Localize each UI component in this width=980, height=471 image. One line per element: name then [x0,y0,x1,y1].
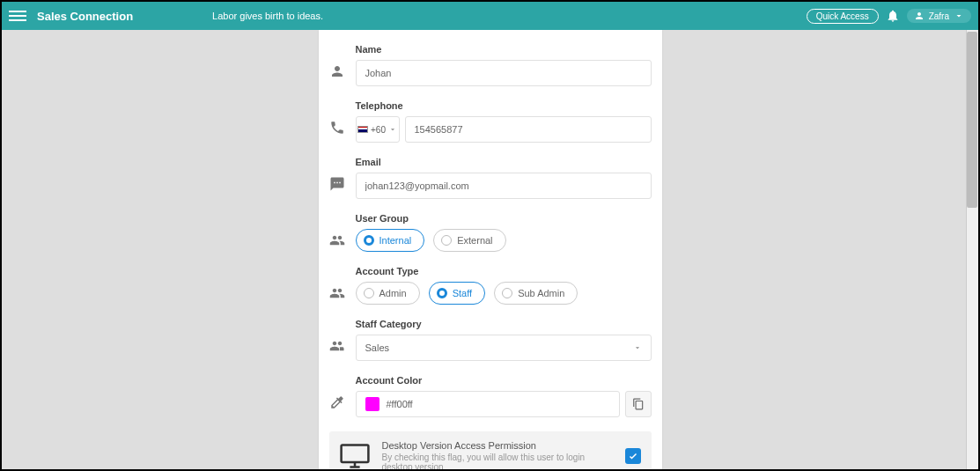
account-type-admin[interactable]: Admin [356,282,420,305]
telephone-input[interactable] [405,116,652,143]
user-group-internal[interactable]: Internal [356,229,425,252]
desktop-permission-box: Desktop Version Access Permission By che… [329,431,652,469]
person-icon [914,11,925,21]
person-icon [329,63,345,79]
tagline: Labor gives birth to ideas. [212,11,323,21]
name-input[interactable] [356,60,652,86]
flag-icon [357,126,368,133]
permission-checkbox[interactable] [625,448,641,464]
people-icon [329,285,345,301]
user-group-label: User Group [356,213,652,224]
user-menu[interactable]: Zafra [907,9,971,23]
top-bar: Sales Connection Labor gives birth to id… [2,2,978,30]
content-area: Name Telephone +60 Ema [2,30,978,469]
account-color-label: Account Color [356,375,652,386]
chevron-down-icon [954,11,964,21]
svg-rect-0 [341,445,368,462]
bell-icon[interactable] [886,9,900,23]
check-icon [628,451,638,461]
name-label: Name [356,44,652,55]
user-group-external[interactable]: External [433,229,505,252]
telephone-label: Telephone [356,100,652,111]
color-swatch [365,397,379,411]
quick-access-button[interactable]: Quick Access [807,9,879,24]
staff-category-select[interactable]: Sales [356,335,652,361]
phone-icon [329,120,345,136]
account-type-staff[interactable]: Staff [429,282,485,305]
monitor-icon [340,444,370,468]
message-icon [329,176,345,192]
account-type-subadmin[interactable]: Sub Admin [494,282,578,305]
account-color-input[interactable]: #ff00ff [356,391,620,417]
email-input[interactable] [356,173,652,199]
copy-color-button[interactable] [625,391,652,417]
copy-icon [632,398,645,410]
person-group-icon [329,338,345,354]
form-card: Name Telephone +60 Ema [319,30,662,469]
country-code-select[interactable]: +60 [356,116,400,143]
chevron-down-icon [633,343,642,352]
hamburger-menu-icon[interactable] [9,7,26,25]
app-title: Sales Connection [37,10,133,23]
account-type-label: Account Type [356,266,652,276]
permission-title: Desktop Version Access Permission [382,440,613,451]
user-name: Zafra [929,11,949,21]
scrollbar[interactable] [966,30,978,469]
people-icon [329,232,345,248]
eyedropper-icon [329,394,345,410]
permission-desc: By checking this flag, you will allow th… [382,453,613,469]
scrollbar-thumb[interactable] [967,32,977,208]
chevron-down-icon [388,125,397,134]
staff-category-label: Staff Category [356,319,652,329]
email-label: Email [356,157,652,167]
